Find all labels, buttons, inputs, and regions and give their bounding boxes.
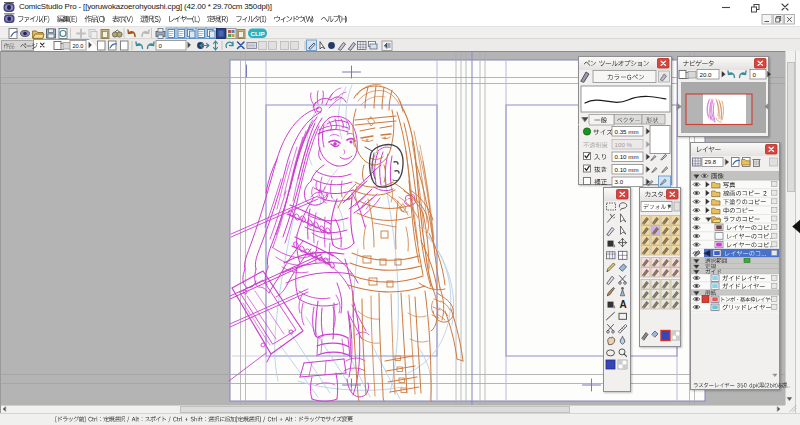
svg-text:0.10 mm: 0.10 mm — [615, 153, 639, 160]
svg-text:CLIP: CLIP — [250, 30, 264, 37]
svg-text:20.0: 20.0 — [73, 43, 84, 49]
svg-text:3.0: 3.0 — [615, 178, 624, 185]
svg-text:0: 0 — [753, 71, 757, 78]
svg-text:29.8: 29.8 — [705, 159, 717, 165]
svg-text:100 %: 100 % — [615, 141, 633, 148]
svg-text:20.0: 20.0 — [700, 71, 713, 78]
svg-text:A: A — [620, 299, 627, 310]
svg-text:0.10 mm: 0.10 mm — [615, 166, 639, 173]
svg-text:0.35 mm: 0.35 mm — [615, 128, 639, 135]
